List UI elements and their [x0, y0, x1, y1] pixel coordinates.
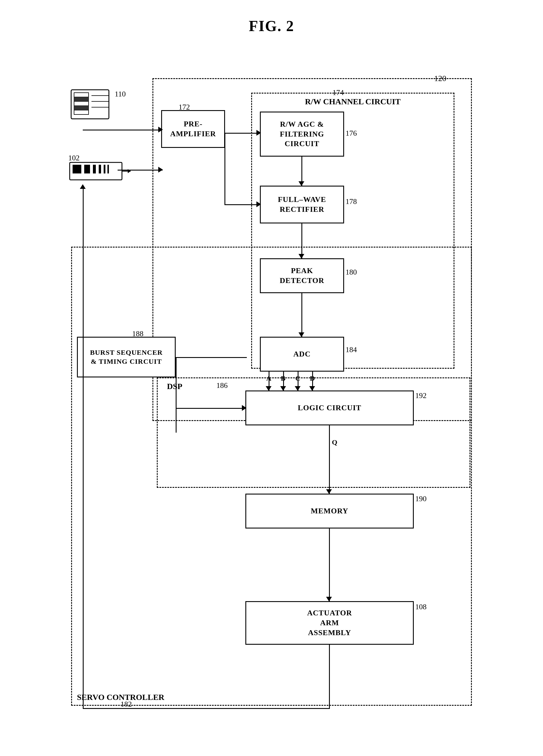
ref-172: 172 [179, 103, 190, 112]
ref-108: 108 [415, 603, 426, 611]
svg-rect-7 [74, 106, 89, 110]
arrow-adc-b [280, 386, 286, 391]
diagram: SERVO CONTROLLER 182 120 174 R/W CHANNEL… [54, 49, 489, 732]
line-actuator-down [329, 645, 330, 709]
svg-rect-16 [104, 165, 105, 173]
arrow-preamp-to-fullwave [257, 201, 261, 207]
dsp-label: DSP [167, 382, 182, 391]
ref-182: 182 [121, 700, 132, 709]
line-peak-to-adc [301, 293, 302, 337]
ref-120: 120 [434, 74, 446, 83]
line-preamp-to-fullwave [225, 204, 260, 205]
svg-rect-15 [99, 165, 101, 173]
arrow-disk-to-preamp [158, 127, 163, 132]
ref-186: 186 [216, 381, 228, 390]
ref-192: 192 [415, 391, 426, 400]
actuator-box: ACTUATOR ARM ASSEMBLY [246, 601, 414, 645]
svg-rect-17 [108, 165, 109, 173]
line-burst-to-dsp [176, 357, 247, 358]
line-preamp-down [225, 133, 225, 205]
arrow-memory-to-actuator [326, 597, 332, 601]
ref-174: 174 [332, 88, 344, 97]
arrow-agc-to-fullwave [298, 181, 304, 186]
line-rw-to-preamp [118, 170, 163, 171]
ref-178: 178 [345, 197, 357, 206]
page-title: FIG. 2 [249, 17, 294, 35]
svg-rect-1 [74, 93, 89, 114]
svg-rect-6 [74, 97, 89, 101]
label-d: D [310, 375, 315, 382]
ref-102: 102 [68, 154, 80, 162]
arrow-fullwave-to-peak [298, 254, 304, 259]
svg-rect-12 [73, 165, 81, 173]
line-left-up [83, 189, 84, 709]
ref-180: 180 [345, 268, 357, 277]
rw-agc-box: R/W AGC & FILTERING CIRCUIT [260, 112, 344, 157]
line-burst-to-dsp-v [176, 357, 177, 433]
ref-110: 110 [115, 90, 126, 98]
arrow-preamp-to-agc [257, 130, 261, 136]
logic-circuit-box: LOGIC CIRCUIT [246, 390, 414, 425]
line-burst-to-logic [176, 408, 246, 409]
rw-head-icon [68, 160, 132, 186]
arrow-adc-c [295, 386, 300, 391]
line-bottom [83, 708, 330, 709]
svg-rect-13 [84, 165, 90, 173]
full-wave-box: FULL–WAVE RECTIFIER [260, 186, 344, 223]
rw-channel-label: R/W CHANNEL CIRCUIT [257, 97, 449, 106]
arrow-peak-to-adc [298, 332, 304, 337]
line-logic-to-memory [329, 425, 330, 494]
ref-188: 188 [132, 329, 144, 338]
arrow-rw-to-preamp [158, 167, 163, 173]
pre-amplifier-box: PRE- AMPLIFIER [161, 110, 225, 148]
label-q: Q [332, 438, 337, 446]
label-b: B [281, 375, 285, 382]
arrow-adc-a [266, 386, 272, 391]
ref-184: 184 [345, 345, 357, 354]
memory-box: MEMORY [246, 494, 414, 529]
line-memory-to-actuator [329, 529, 330, 601]
peak-detector-box: PEAK DETECTOR [260, 258, 344, 293]
arrow-adc-d [309, 386, 315, 391]
svg-rect-14 [93, 165, 96, 173]
ref-190: 190 [415, 495, 426, 503]
arrow-logic-to-memory [326, 489, 332, 494]
label-a: A [266, 375, 271, 382]
adc-box: ADC [260, 337, 344, 372]
line-fullwave-to-peak [301, 223, 302, 258]
burst-sequencer-box: BURST SEQUENCER & TIMING CIRCUIT [77, 337, 176, 377]
arrow-up-to-disk [80, 184, 86, 189]
ref-176: 176 [345, 129, 357, 138]
line-preamp-to-agc [225, 133, 260, 134]
arrow-burst-to-logic [242, 405, 247, 411]
label-c: C [295, 375, 300, 382]
line-disk-to-preamp-top [83, 130, 162, 130]
